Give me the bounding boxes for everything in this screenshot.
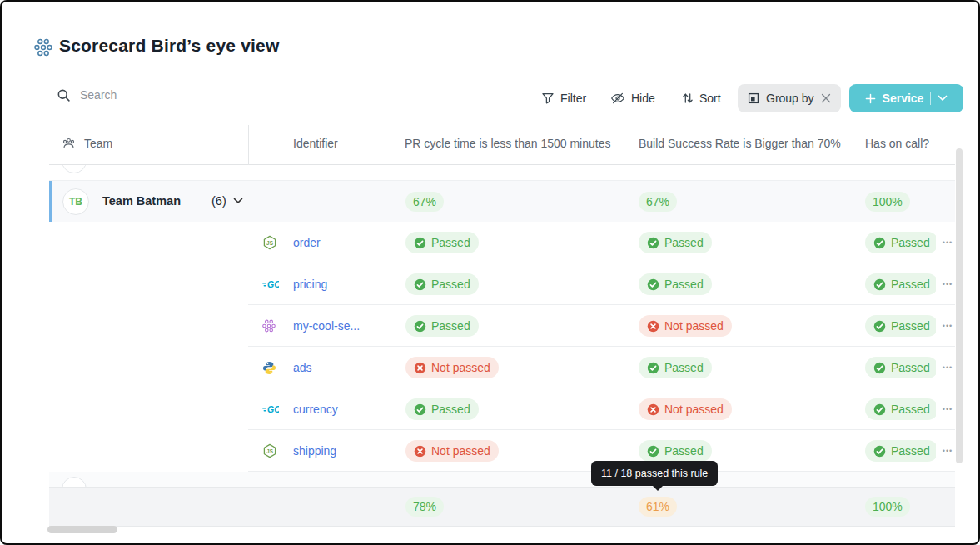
nodejs-icon xyxy=(262,430,277,472)
badge-label: Passed xyxy=(664,444,704,458)
badge-label: Not passed xyxy=(431,361,490,374)
tooltip: 11 / 18 passed this rule xyxy=(591,461,718,486)
column-header-team[interactable]: Team xyxy=(84,137,112,150)
column-header-pr-cycle[interactable]: PR cycle time is less than 1500 minutes xyxy=(405,137,610,150)
sort-icon xyxy=(682,92,694,105)
identifier-link[interactable]: pricing xyxy=(293,278,327,291)
group-by-icon xyxy=(748,92,759,104)
service-cluster-icon xyxy=(262,305,276,347)
footer-summary-row: 78% 61% 100% xyxy=(49,487,955,527)
hide-label: Hide xyxy=(631,92,655,105)
table-row[interactable]: pricing Passed Passed Passed xyxy=(49,263,955,305)
app-window: Scorecard Bird’s eye view Filter Hide So… xyxy=(0,0,980,545)
status-badge: Not passed xyxy=(405,357,499,378)
status-badge: Passed xyxy=(865,273,936,295)
more-actions-button[interactable] xyxy=(938,430,958,472)
badge-label: Passed xyxy=(891,278,930,291)
status-badge: Not passed xyxy=(639,398,732,420)
more-actions-button[interactable] xyxy=(938,222,958,263)
status-badge: Passed xyxy=(639,440,712,462)
status-badge: Passed xyxy=(865,315,936,337)
badge-label: Passed xyxy=(664,361,704,374)
badge-label: Passed xyxy=(891,444,930,458)
status-badge: Passed xyxy=(639,232,712,253)
column-header-identifier[interactable]: Identifier xyxy=(293,137,338,150)
status-badge: Passed xyxy=(405,273,479,295)
group-by-chip[interactable]: Group by xyxy=(738,84,841,112)
more-actions-button[interactable] xyxy=(938,347,958,388)
table-row[interactable]: order Passed Passed Passed xyxy=(49,222,955,263)
table-row[interactable]: shipping Not passed Passed Passed xyxy=(49,430,955,472)
badge-label: Not passed xyxy=(664,319,724,332)
identifier-link[interactable]: currency xyxy=(293,402,338,416)
summary-pill-pr: 78% xyxy=(405,497,444,517)
team-name: Team Batman xyxy=(102,194,181,208)
more-actions-button[interactable] xyxy=(938,305,958,347)
summary-pill-build: 61% xyxy=(639,497,677,517)
badge-label: Not passed xyxy=(664,402,724,416)
filter-icon xyxy=(541,92,555,105)
identifier-link[interactable]: order xyxy=(293,236,321,249)
badge-label: Passed xyxy=(431,236,470,249)
status-badge: Passed xyxy=(639,357,712,378)
summary-pill-pr: 67% xyxy=(405,192,444,212)
avatar xyxy=(62,477,87,487)
hide-button[interactable]: Hide xyxy=(610,86,655,111)
table-row[interactable]: my-cool-se... Passed Not passed Passed xyxy=(49,305,955,347)
identifier-link[interactable]: my-cool-se... xyxy=(293,319,360,332)
identifier-link[interactable]: ads xyxy=(293,361,312,374)
go-icon xyxy=(262,263,279,305)
search-icon xyxy=(57,88,71,102)
nodejs-icon xyxy=(262,222,277,263)
sort-button[interactable]: Sort xyxy=(682,86,721,111)
summary-pill-build: 67% xyxy=(639,192,677,212)
go-icon xyxy=(262,388,279,430)
status-badge: Passed xyxy=(405,232,479,253)
status-badge: Passed xyxy=(865,398,936,420)
close-icon[interactable] xyxy=(821,93,831,103)
status-badge: Not passed xyxy=(405,440,499,462)
horizontal-scrollbar[interactable] xyxy=(47,526,117,533)
search-input[interactable] xyxy=(78,88,248,102)
status-badge: Passed xyxy=(405,315,479,337)
badge-label: Passed xyxy=(664,278,704,291)
python-icon xyxy=(262,347,276,388)
team-avatar: TB xyxy=(62,188,89,215)
collapse-chevron-icon[interactable] xyxy=(233,198,243,204)
status-badge: Passed xyxy=(405,398,479,420)
eye-off-icon xyxy=(610,92,625,105)
column-header-has-on-call[interactable]: Has on call? xyxy=(865,137,929,150)
badge-label: Not passed xyxy=(431,444,490,458)
table-header: Team Identifier PR cycle time is less th… xyxy=(49,125,955,165)
badge-label: Passed xyxy=(891,402,930,416)
page-header: Scorecard Bird’s eye view xyxy=(2,2,978,68)
plus-icon xyxy=(865,93,876,104)
service-label: Service xyxy=(883,92,924,105)
status-badge: Passed xyxy=(865,357,936,378)
filter-button[interactable]: Filter xyxy=(541,86,586,111)
sort-label: Sort xyxy=(699,92,721,105)
summary-pill-oncall: 100% xyxy=(865,192,910,212)
status-badge: Passed xyxy=(639,273,712,295)
badge-label: Passed xyxy=(431,319,470,332)
more-actions-button[interactable] xyxy=(938,263,958,305)
table-row[interactable]: ads Not passed Passed Passed xyxy=(49,347,955,388)
team-icon xyxy=(62,137,76,151)
page-title: Scorecard Bird’s eye view xyxy=(59,36,280,56)
partial-team-row xyxy=(49,472,955,487)
button-divider xyxy=(930,92,931,105)
team-group-row[interactable]: TB Team Batman (6) 67% 67% 100% xyxy=(49,180,955,222)
table-row[interactable]: currency Passed Not passed Passed xyxy=(49,388,955,430)
badge-label: Passed xyxy=(891,236,930,249)
more-actions-button[interactable] xyxy=(938,388,958,430)
badge-label: Passed xyxy=(891,361,930,374)
badge-label: Passed xyxy=(431,278,470,291)
chevron-down-icon[interactable] xyxy=(938,95,948,102)
vertical-scrollbar[interactable] xyxy=(956,148,963,463)
group-by-label: Group by xyxy=(766,92,814,105)
avatar xyxy=(62,165,87,173)
add-service-button[interactable]: Service xyxy=(849,84,963,112)
status-badge: Passed xyxy=(865,440,936,462)
identifier-link[interactable]: shipping xyxy=(293,444,336,458)
column-header-build-success[interactable]: Build Success Rate is Bigger than 70% xyxy=(639,137,841,150)
